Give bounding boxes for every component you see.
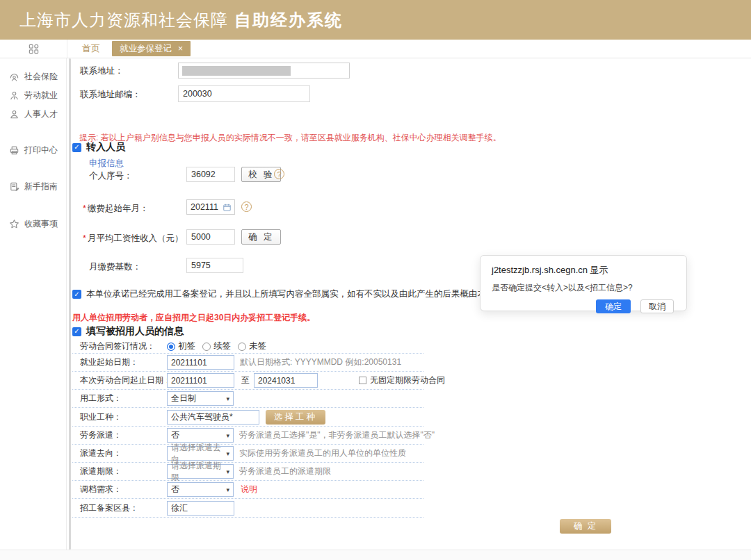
sidebar-item-favorites[interactable]: 收藏事项 bbox=[0, 215, 66, 233]
labor-employment-icon bbox=[9, 90, 19, 101]
dialog-cancel-button[interactable]: 取消 bbox=[640, 299, 674, 313]
tab-employment-registration[interactable]: 就业参保登记 × bbox=[112, 41, 191, 56]
sidebar-item-labor-employment[interactable]: 劳动就业 bbox=[0, 86, 66, 105]
district-input[interactable] bbox=[167, 501, 234, 516]
pay-start-value: 202111 bbox=[191, 202, 218, 212]
tab-close-icon[interactable]: × bbox=[178, 44, 183, 53]
file-need-explain-link[interactable]: 说明 bbox=[241, 484, 257, 495]
dispatch-term-label: 派遣期限： bbox=[72, 466, 167, 477]
dialog-ok-button[interactable]: 确定 bbox=[596, 299, 631, 313]
apps-menu-button[interactable] bbox=[0, 40, 67, 58]
income-label: *月平均工资性收入（元）： bbox=[83, 233, 192, 245]
dispatch-term-select[interactable]: 请选择派遣期限▾ bbox=[167, 464, 234, 479]
work-form-label: 用工形式： bbox=[72, 393, 167, 404]
open-ended-contract-option[interactable]: 无固定期限劳动合同 bbox=[359, 374, 445, 386]
page-bottom-strip bbox=[0, 550, 751, 560]
household-notice-text: 提示: 若以上户籍户别信息与您申报人员的实际情况不一致，请至区县就业服务机构、社… bbox=[79, 132, 501, 144]
app-header: 上海市人力资源和社会保障自助经办系统 bbox=[0, 0, 751, 40]
required-mark: * bbox=[83, 204, 86, 213]
app-title-sub: 自助经办系统 bbox=[234, 10, 343, 29]
occupation-label: 职业工种： bbox=[72, 411, 167, 423]
contract-to-input[interactable] bbox=[254, 373, 318, 388]
commitment-row: ✓ 本单位承诺已经完成用工备案登记，并且以上所填写内容全部属实，如有不实以及由此… bbox=[72, 288, 521, 300]
contract-from-input[interactable] bbox=[167, 373, 234, 388]
question-glyph: ? bbox=[244, 203, 248, 211]
district-label: 招工备案区县： bbox=[72, 502, 167, 514]
radio-label: 续签 bbox=[213, 340, 231, 352]
choose-occupation-button[interactable]: 选择工种 bbox=[266, 410, 325, 425]
sidebar-item-label: 人事人才 bbox=[24, 108, 58, 120]
guide-icon bbox=[9, 181, 19, 192]
person-no-label: 个人序号： bbox=[89, 170, 133, 182]
radio-label: 未签 bbox=[249, 340, 266, 352]
declare-info-link[interactable]: 申报信息 bbox=[89, 158, 124, 170]
contract-range-label: 本次劳动合同起止日期： bbox=[72, 374, 167, 386]
income-confirm-button[interactable]: 确 定 bbox=[241, 229, 281, 245]
person-no-help-icon[interactable]: ? bbox=[274, 169, 284, 179]
unchecked-checkbox[interactable] bbox=[359, 377, 366, 384]
contract-sign-label: 劳动合同签订情况： bbox=[72, 340, 167, 352]
contact-address-input[interactable] bbox=[178, 63, 350, 79]
person-no-input[interactable] bbox=[186, 167, 235, 182]
chevron-down-icon: ▾ bbox=[226, 432, 229, 439]
sidebar-item-print-center[interactable]: 打印中心 bbox=[0, 141, 66, 160]
sidebar-item-social-insurance[interactable]: 社会保险 bbox=[0, 67, 66, 86]
star-icon bbox=[9, 219, 19, 229]
income-input[interactable] bbox=[186, 229, 235, 245]
employ-date-label: 就业起始日期： bbox=[72, 356, 167, 368]
required-mark: * bbox=[83, 233, 86, 243]
pay-start-label: *缴费起始年月： bbox=[83, 203, 148, 215]
contract-sign-row: 劳动合同签订情况： 初签 续签 未签 bbox=[72, 340, 423, 354]
chevron-down-icon: ▾ bbox=[226, 486, 229, 493]
dispatch-row: 劳务派遣： 否▾ 劳务派遣员工选择"是"，非劳务派遣员工默认选择"否" bbox=[72, 427, 423, 445]
sidebar-item-label: 打印中心 bbox=[24, 145, 58, 156]
content-scrollbar[interactable] bbox=[69, 58, 71, 550]
work-form-select[interactable]: 全日制▾ bbox=[167, 391, 234, 406]
radio-option-first-sign[interactable]: 初签 bbox=[167, 340, 195, 352]
tab-active-label: 就业参保登记 bbox=[120, 43, 172, 55]
dispatch-dest-hint: 实际使用劳务派遣员工的用人单位的单位性质 bbox=[239, 447, 406, 459]
radio-on-icon[interactable] bbox=[167, 343, 175, 351]
dispatch-label: 劳务派遣： bbox=[72, 429, 167, 441]
transfer-checkbox[interactable]: ✓ bbox=[72, 143, 81, 152]
employ-date-input[interactable] bbox=[167, 355, 234, 370]
file-need-row: 调档需求： 否▾ 说明 bbox=[72, 481, 423, 499]
question-glyph: ? bbox=[277, 170, 281, 179]
tab-bar: 首页 就业参保登记 × bbox=[0, 40, 751, 58]
submit-confirm-button[interactable]: 确 定 bbox=[560, 519, 611, 534]
radio-option-no-sign[interactable]: 未签 bbox=[238, 340, 266, 352]
dispatch-select[interactable]: 否▾ bbox=[167, 428, 234, 443]
radio-off-icon[interactable] bbox=[238, 343, 246, 351]
check-icon: ✓ bbox=[74, 144, 79, 151]
pay-start-input[interactable]: 202111 bbox=[186, 199, 235, 215]
work-form-value: 全日制 bbox=[171, 393, 196, 404]
chevron-down-icon: ▾ bbox=[226, 450, 229, 457]
chevron-down-icon: ▾ bbox=[226, 395, 229, 402]
radio-off-icon[interactable] bbox=[202, 343, 211, 351]
hire-checkbox[interactable]: ✓ bbox=[72, 327, 81, 336]
radio-label: 初签 bbox=[178, 340, 195, 352]
sidebar-item-label: 收藏事项 bbox=[24, 218, 58, 230]
occupation-input[interactable] bbox=[167, 410, 259, 425]
dispatch-term-placeholder: 请选择派遣期限 bbox=[171, 460, 224, 484]
file-need-select[interactable]: 否▾ bbox=[167, 482, 234, 497]
pay-start-help-icon[interactable]: ? bbox=[241, 201, 252, 212]
dispatch-dest-select[interactable]: 请选择派遣去向▾ bbox=[167, 446, 234, 461]
dispatch-hint: 劳务派遣员工选择"是"，非劳务派遣员工默认选择"否" bbox=[239, 429, 435, 441]
calendar-icon[interactable] bbox=[223, 204, 231, 211]
tab-home[interactable]: 首页 bbox=[82, 42, 100, 55]
zip-input[interactable] bbox=[178, 85, 310, 102]
transfer-section-header: ✓ 转入人员 bbox=[72, 141, 125, 154]
pay-base-label: 月缴费基数： bbox=[89, 261, 141, 273]
sidebar-item-beginner-guide[interactable]: 新手指南 bbox=[0, 177, 66, 196]
commitment-text: 本单位承诺已经完成用工备案登记，并且以上所填写内容全部属实，如有不实以及由此产生… bbox=[86, 288, 521, 300]
district-row: 招工备案区县： bbox=[72, 499, 423, 518]
commitment-checkbox[interactable]: ✓ bbox=[72, 290, 81, 299]
hire-section-title: 填写被招用人员的信息 bbox=[86, 325, 184, 338]
radio-option-renew-sign[interactable]: 续签 bbox=[202, 340, 231, 352]
contact-address-label: 联系地址： bbox=[80, 65, 124, 77]
sidebar-item-personnel-talent[interactable]: 人事人才 bbox=[0, 105, 66, 124]
dialog-title: j2testzzjb.rsj.sh.cegn.cn 显示 bbox=[492, 264, 675, 277]
file-need-label: 调档需求： bbox=[72, 484, 167, 495]
pay-base-input[interactable] bbox=[186, 258, 243, 273]
